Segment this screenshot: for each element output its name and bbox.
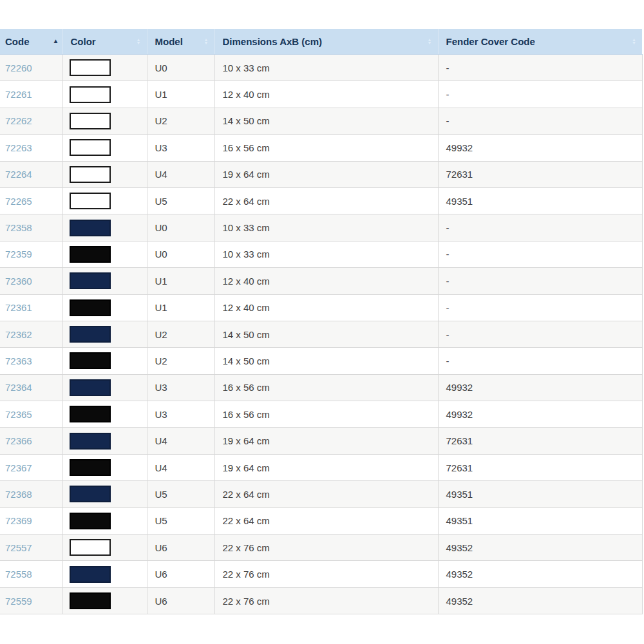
cell-fender-cover-code: - xyxy=(438,294,642,321)
product-code-link[interactable]: 72262 xyxy=(5,115,32,126)
cell-model: U6 xyxy=(147,535,214,561)
cell-color xyxy=(62,507,147,534)
cell-color xyxy=(62,454,147,480)
cell-color xyxy=(62,268,147,294)
cell-dimensions: 16 x 56 cm xyxy=(214,401,438,428)
cell-model: U4 xyxy=(147,454,214,480)
column-header-model-label: Model xyxy=(155,36,183,47)
product-code-link[interactable]: 72558 xyxy=(5,569,32,580)
cell-code: 72364 xyxy=(0,374,62,401)
column-header-fender-cover-code-label: Fender Cover Code xyxy=(446,36,535,47)
color-swatch-white xyxy=(70,113,111,129)
cell-fender-cover-code: - xyxy=(438,241,642,267)
cell-color xyxy=(62,428,147,454)
cell-code: 72365 xyxy=(0,401,62,428)
product-code-link[interactable]: 72361 xyxy=(5,302,32,313)
cell-model: U1 xyxy=(147,81,214,108)
column-header-color-label: Color xyxy=(71,36,96,47)
fender-table: Code ▲ Color ▲▼ Model ▲▼ Dimensions AxB … xyxy=(0,29,643,614)
cell-dimensions: 14 x 50 cm xyxy=(214,348,438,374)
product-code-link[interactable]: 72261 xyxy=(5,89,32,100)
product-code-link[interactable]: 72362 xyxy=(5,329,32,340)
product-code-link[interactable]: 72365 xyxy=(5,409,32,420)
table-body: 72260U010 x 33 cm-72261U112 x 40 cm-7226… xyxy=(0,55,642,614)
product-code-link[interactable]: 72358 xyxy=(5,222,32,233)
cell-fender-cover-code: 72631 xyxy=(438,161,642,187)
cell-fender-cover-code: 49352 xyxy=(438,561,642,587)
cell-color xyxy=(62,321,147,347)
color-swatch-navy xyxy=(70,272,111,289)
cell-model: U4 xyxy=(147,161,214,187)
cell-color xyxy=(62,161,147,187)
cell-color xyxy=(62,81,147,108)
product-code-link[interactable]: 72366 xyxy=(5,435,32,446)
column-header-color[interactable]: Color ▲▼ xyxy=(62,29,147,55)
cell-fender-cover-code: - xyxy=(438,268,642,294)
table-row: 72368U522 x 64 cm49351 xyxy=(0,481,642,507)
product-code-link[interactable]: 72557 xyxy=(5,542,32,553)
product-code-link[interactable]: 72364 xyxy=(5,382,32,393)
column-header-dimensions[interactable]: Dimensions AxB (cm) ▲▼ xyxy=(214,29,438,55)
cell-model: U5 xyxy=(147,481,214,507)
color-swatch-white xyxy=(70,139,111,156)
color-swatch-black xyxy=(70,299,111,316)
product-code-link[interactable]: 72265 xyxy=(5,196,32,207)
color-swatch-navy xyxy=(70,220,111,236)
cell-model: U0 xyxy=(147,55,214,81)
product-code-link[interactable]: 72369 xyxy=(5,515,32,526)
cell-dimensions: 19 x 64 cm xyxy=(214,428,438,454)
cell-code: 72369 xyxy=(0,507,62,534)
cell-fender-cover-code: 49351 xyxy=(438,481,642,507)
sort-icon: ▲▼ xyxy=(428,38,432,46)
color-swatch-black xyxy=(70,246,111,263)
cell-fender-cover-code: 49352 xyxy=(438,587,642,614)
cell-dimensions: 19 x 64 cm xyxy=(214,161,438,187)
cell-model: U2 xyxy=(147,348,214,374)
cell-color xyxy=(62,294,147,321)
product-code-link[interactable]: 72367 xyxy=(5,462,32,473)
cell-code: 72265 xyxy=(0,187,62,214)
cell-dimensions: 10 x 33 cm xyxy=(214,214,438,241)
cell-code: 72359 xyxy=(0,241,62,267)
cell-color xyxy=(62,401,147,428)
sort-icon: ▲▼ xyxy=(204,38,209,46)
cell-dimensions: 12 x 40 cm xyxy=(214,294,438,321)
cell-fender-cover-code: 49351 xyxy=(438,187,642,214)
cell-code: 72367 xyxy=(0,454,62,480)
cell-code: 72366 xyxy=(0,428,62,454)
column-header-code[interactable]: Code ▲ xyxy=(0,29,62,55)
table-row: 72557U622 x 76 cm49352 xyxy=(0,535,642,561)
product-code-link[interactable]: 72260 xyxy=(5,62,32,73)
product-code-link[interactable]: 72360 xyxy=(5,276,32,287)
cell-code: 72261 xyxy=(0,81,62,108)
table-row: 72363U214 x 50 cm- xyxy=(0,348,642,374)
cell-dimensions: 22 x 64 cm xyxy=(214,187,438,214)
cell-color xyxy=(62,187,147,214)
cell-code: 72260 xyxy=(0,55,62,81)
color-swatch-navy xyxy=(70,486,111,502)
cell-model: U2 xyxy=(147,321,214,347)
table-row: 72261U112 x 40 cm- xyxy=(0,81,642,108)
product-code-link[interactable]: 72264 xyxy=(5,169,32,180)
cell-color xyxy=(62,587,147,614)
product-code-link[interactable]: 72363 xyxy=(5,355,32,366)
color-swatch-navy xyxy=(70,379,111,396)
table-row: 72367U419 x 64 cm72631 xyxy=(0,454,642,480)
product-code-link[interactable]: 72359 xyxy=(5,249,32,260)
sort-icon: ▲▼ xyxy=(632,38,636,46)
cell-code: 72263 xyxy=(0,135,62,161)
cell-fender-cover-code: - xyxy=(438,321,642,347)
cell-model: U4 xyxy=(147,428,214,454)
cell-dimensions: 22 x 76 cm xyxy=(214,535,438,561)
cell-code: 72368 xyxy=(0,481,62,507)
column-header-model[interactable]: Model ▲▼ xyxy=(147,29,214,55)
color-swatch-black xyxy=(70,513,111,529)
product-code-link[interactable]: 72559 xyxy=(5,596,32,607)
cell-color xyxy=(62,135,147,161)
color-swatch-white xyxy=(70,86,111,103)
cell-color xyxy=(62,214,147,241)
color-swatch-white xyxy=(70,193,111,209)
product-code-link[interactable]: 72368 xyxy=(5,489,32,500)
column-header-fender-cover-code[interactable]: Fender Cover Code ▲▼ xyxy=(438,29,642,55)
product-code-link[interactable]: 72263 xyxy=(5,142,32,153)
